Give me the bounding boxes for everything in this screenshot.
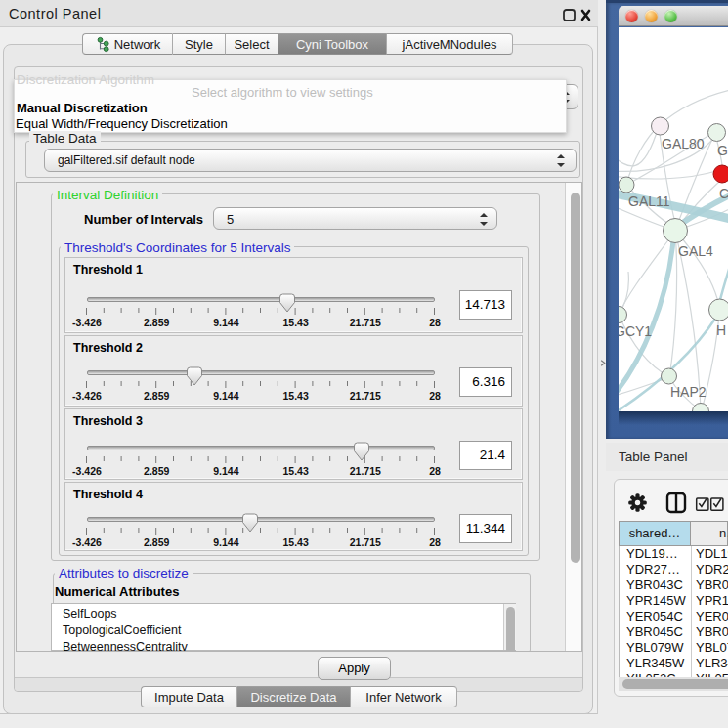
svg-text:GAL80: GAL80 [662, 136, 705, 151]
svg-text:GCY1: GCY1 [619, 323, 652, 339]
svg-text:HAP2: HAP2 [670, 384, 707, 400]
svg-text:C: C [719, 186, 728, 201]
svg-text:G…: G… [717, 143, 728, 158]
svg-text:GAL4: GAL4 [678, 243, 713, 259]
svg-text:H: H [716, 322, 726, 338]
svg-text:GAL11: GAL11 [628, 193, 670, 209]
